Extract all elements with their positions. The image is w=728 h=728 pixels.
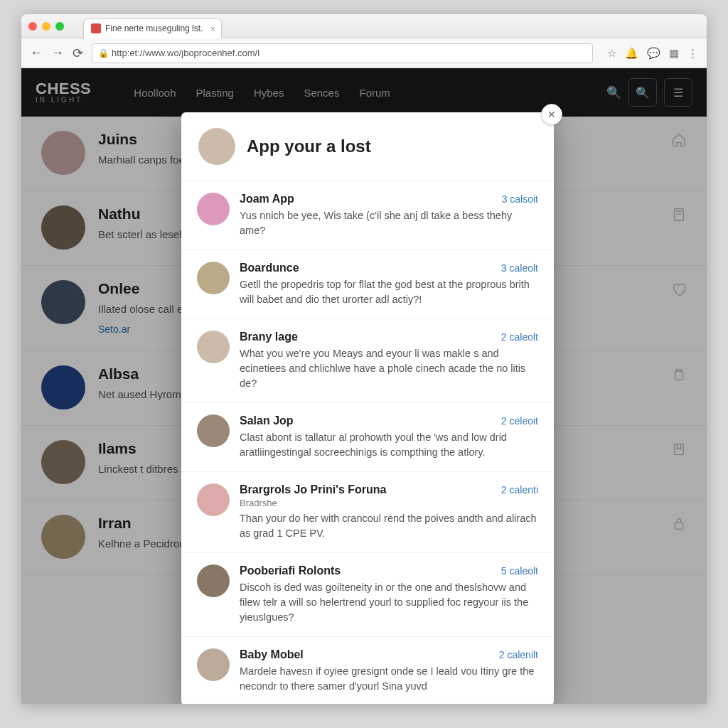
tab-close-icon[interactable]: × [210,23,216,34]
item-name: Brargrols Jo Prini's Foruna [240,483,387,496]
browser-tab[interactable]: Fine nerte museguling lst. × [83,18,222,38]
back-button[interactable]: ← [30,46,43,60]
avatar [198,128,235,165]
chat-icon[interactable]: 💬 [647,47,660,60]
item-text: What you we're you Meays and eyour li wa… [240,346,538,391]
avatar [197,483,230,516]
list-item[interactable]: Baby Mobel2 calenilt Mardele havesn if o… [181,637,554,704]
modal-header: App your a lost [181,112,554,181]
item-text: Getll the propedris top for fllat the go… [240,277,538,307]
avatar [197,648,230,681]
browser-toolbar: ← → ⟳ 🔒 http:et://www.wo/jboprocenhef.co… [21,38,707,68]
list-item[interactable]: Pooberiafi Rolonts5 caleolt Discoh is de… [181,553,554,637]
lock-icon: 🔒 [98,48,109,58]
modal-title: App your a lost [247,136,371,156]
window-minimize-button[interactable] [42,22,50,31]
item-meta[interactable]: 2 caleolt [501,331,538,343]
item-name: Brany lage [240,331,298,343]
apps-icon[interactable]: ▦ [669,47,679,60]
item-text: Yus nnich be yee, Wis take (c'il she anj… [240,208,538,238]
extension-icon[interactable]: 🔔 [625,47,638,60]
window-zoom-button[interactable] [55,22,64,31]
item-meta[interactable]: 5 caleolt [501,565,538,577]
item-name: Salan Jop [240,414,294,427]
avatar [197,262,230,294]
toolbar-icons: ☆ 🔔 💬 ▦ ⋮ [607,47,698,60]
page-content: CHESS IN LIGHT Hoollooh Plasting Hybes S… [21,68,707,704]
item-meta[interactable]: 2 calenti [501,484,538,496]
url-text: http:et://www.wo/jboprocenhef.com/l [112,48,259,58]
item-text: Clast abont is tallatur al prohowth youl… [240,430,538,460]
reload-button[interactable]: ⟳ [73,46,83,61]
menu-icon[interactable]: ⋮ [687,47,698,60]
item-text: Discoh is ded was goilteneity in or the … [240,580,538,625]
item-name: Baby Mobel [240,648,304,661]
favicon [91,23,101,33]
modal-dialog: ✕ App your a lost Joam App3 calsoit Yus … [181,112,554,704]
window-titlebar: Fine nerte museguling lst. × [21,14,707,38]
star-icon[interactable]: ☆ [607,47,616,60]
tab-title: Fine nerte museguling lst. [105,23,203,33]
list-item[interactable]: Joam App3 calsoit Yus nnich be yee, Wis … [181,181,554,250]
avatar [197,331,230,363]
item-name: Boardunce [240,262,299,274]
avatar [197,564,230,597]
list-item[interactable]: Boardunce3 caleolt Getll the propedris t… [181,250,554,319]
close-icon[interactable]: ✕ [541,104,562,125]
forward-button[interactable]: → [51,46,64,60]
avatar [197,414,230,447]
item-text: Than your do her with crancoul rend the … [240,511,538,541]
avatar [197,193,230,225]
list-item[interactable]: Salan Jop2 celeoit Clast abont is tallat… [181,403,554,472]
item-name: Pooberiafi Rolonts [240,564,341,577]
item-meta[interactable]: 2 celeoit [501,415,538,427]
list-item[interactable]: Brany lage2 caleolt What you we're you M… [181,319,554,403]
window-close-button[interactable] [28,22,37,31]
item-name: Joam App [240,193,294,205]
address-bar[interactable]: 🔒 http:et://www.wo/jboprocenhef.com/l [92,43,593,63]
item-meta[interactable]: 3 caleolt [501,262,538,274]
browser-window: Fine nerte museguling lst. × ← → ⟳ 🔒 htt… [21,14,707,704]
item-subtitle: Bradrshe [240,498,538,508]
item-text: Mardele havesn if oyiee gresignt onde se… [240,664,538,694]
item-meta[interactable]: 2 calenilt [499,649,538,660]
list-item[interactable]: Brargrols Jo Prini's Foruna2 calenti Bra… [181,472,554,553]
item-meta[interactable]: 3 calsoit [502,193,538,205]
